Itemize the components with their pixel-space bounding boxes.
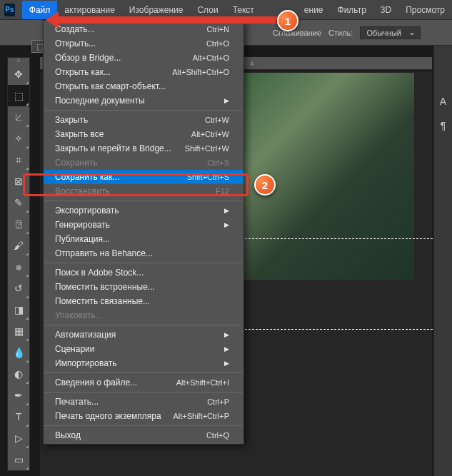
menu-item-label: Публикация... [55, 234, 110, 244]
brush-tool[interactable]: 🖌 [8, 235, 29, 256]
smoothing-label: Сглаживание [273, 29, 321, 37]
dodge-tool[interactable]: ◐ [8, 363, 29, 385]
menu-item[interactable]: Отправить на Behance... [44, 246, 243, 260]
healing-tool[interactable]: ⍰ [8, 213, 29, 235]
menu-item-label: Открыть как смарт-объект... [55, 81, 166, 91]
menu-item-label: Последние документы [55, 96, 145, 106]
paragraph-panel-icon[interactable]: ¶ [441, 120, 446, 131]
menu-item[interactable]: Автоматизация▶ [44, 328, 243, 342]
menu-item[interactable]: ЗакрытьCtrl+W [44, 113, 243, 127]
menu-shortcut: Ctrl+N [207, 25, 229, 34]
menu-item-label: Сценарии [55, 344, 94, 354]
path-select-tool[interactable]: ▷ [8, 427, 29, 449]
menu-item[interactable]: Печать одного экземпляраAlt+Shift+Ctrl+P [44, 409, 243, 423]
menu-item-label: Сохранить как... [55, 172, 119, 182]
menu-item-label: Открыть как... [55, 67, 111, 77]
submenu-arrow-icon: ▶ [224, 345, 229, 353]
menu-item[interactable]: Поместить встроенные... [44, 280, 243, 294]
menu-item[interactable]: Экспортировать▶ [44, 203, 243, 218]
menu-item[interactable]: Сценарии▶ [44, 342, 243, 356]
type-tool[interactable]: T [8, 406, 29, 427]
menu-item[interactable]: Печатать...Ctrl+P [44, 395, 243, 409]
menu-item[interactable]: Последние документы▶ [44, 93, 243, 108]
eraser-tool[interactable]: ◨ [8, 299, 29, 320]
history-brush-tool[interactable]: ↺ [8, 278, 29, 299]
move-tool[interactable]: ✥ [8, 64, 29, 85]
menu-item-label: Печать одного экземпляра [55, 411, 161, 421]
menu-shortcut: Alt+Ctrl+W [191, 130, 229, 138]
marquee-tool[interactable]: ⬚ [8, 85, 29, 106]
menu-view[interactable]: Просмотр [398, 1, 452, 19]
shape-tool[interactable]: ▭ [8, 449, 29, 470]
lasso-tool[interactable]: ⟀ [8, 106, 29, 128]
crop-tool[interactable]: ⌗ [8, 149, 29, 171]
menu-item-label: Закрыть [55, 115, 88, 125]
menu-item-label: Упаковать... [55, 310, 103, 320]
char-panel-icon[interactable]: A [440, 96, 446, 107]
menu-shortcut: Alt+Ctrl+O [193, 54, 229, 62]
menu-item-label: Генерировать [55, 220, 110, 230]
pen-tool[interactable]: ✒ [8, 385, 29, 406]
menu-filter[interactable]: Фильтр [331, 1, 373, 19]
menu-item[interactable]: Генерировать▶ [44, 218, 243, 232]
menu-item[interactable]: ВыходCtrl+Q [44, 428, 243, 442]
menu-shortcut: Ctrl+S [207, 158, 229, 167]
gradient-tool[interactable]: ▦ [8, 320, 29, 342]
menu-item-label: Сведения о файле... [55, 378, 137, 388]
menu-item[interactable]: Обзор в Bridge...Alt+Ctrl+O [44, 51, 243, 65]
style-label: Стиль: [328, 29, 353, 37]
menu-item-label: Поиск в Adobe Stock... [55, 268, 144, 278]
menu-item[interactable]: Открыть как...Alt+Shift+Ctrl+O [44, 65, 243, 79]
blur-tool[interactable]: 💧 [8, 342, 29, 363]
menu-item-label: Выход [55, 430, 81, 440]
menu-item-label: Экспортировать [55, 206, 119, 216]
file-menu-dropdown: Создать...Ctrl+NОткрыть...Ctrl+OОбзор в … [43, 20, 244, 445]
menu-shortcut: Ctrl+W [205, 116, 229, 124]
menu-item-label: Печатать... [55, 397, 99, 407]
app-logo: Ps [4, 4, 15, 16]
frame-tool[interactable]: ⊠ [8, 171, 29, 192]
eyedropper-tool[interactable]: ✎ [8, 192, 29, 213]
menu-item[interactable]: Публикация... [44, 232, 243, 246]
menu-item[interactable]: Открыть...Ctrl+O [44, 36, 243, 51]
menu-item[interactable]: Импортировать▶ [44, 356, 243, 370]
toolbox: ⠿ ✥ ⬚ ⟀ ✧ ⌗ ⊠ ✎ ⍰ 🖌 ⎈ ↺ ◨ ▦ 💧 ◐ ✒ T ▷ ▭ [7, 57, 30, 471]
annotation-callout-1: 1 [277, 10, 298, 31]
submenu-arrow-icon: ▶ [224, 331, 229, 338]
menu-shortcut: Ctrl+P [207, 397, 229, 406]
menu-item[interactable]: Поиск в Adobe Stock... [44, 265, 243, 280]
menu-item[interactable]: Создать...Ctrl+N [44, 22, 243, 36]
submenu-arrow-icon: ▶ [224, 221, 229, 228]
menu-item-label: Импортировать [55, 358, 116, 368]
menu-shortcut: Shift+Ctrl+W [185, 144, 229, 153]
menu-shortcut: Alt+Shift+Ctrl+I [176, 378, 229, 387]
stamp-tool[interactable]: ⎈ [8, 256, 29, 278]
menu-item-label: Закрыть все [55, 129, 104, 139]
menu-shortcut: Ctrl+O [206, 39, 229, 48]
menu-shortcut: Alt+Shift+Ctrl+P [173, 412, 229, 420]
menu-shortcut: Alt+Shift+Ctrl+O [172, 68, 229, 76]
menu-3d[interactable]: 3D [373, 1, 398, 19]
menu-separator [44, 201, 243, 201]
menu-select[interactable]: ение [297, 1, 331, 19]
menu-item[interactable]: Открыть как смарт-объект... [44, 79, 243, 93]
menu-item[interactable]: Закрыть и перейти в Bridge...Shift+Ctrl+… [44, 141, 243, 156]
ruler-tick: 4 [250, 60, 253, 67]
menu-item[interactable]: Закрыть всеAlt+Ctrl+W [44, 127, 243, 141]
menu-separator [44, 263, 243, 263]
menu-item-label: Отправить на Behance... [55, 248, 153, 258]
magic-wand-tool[interactable]: ✧ [8, 128, 29, 149]
menu-shortcut: Ctrl+Q [206, 431, 229, 440]
toolbox-grip[interactable]: ⠿ [8, 58, 29, 64]
submenu-arrow-icon: ▶ [224, 97, 229, 104]
menu-item-label: Сохранить [55, 158, 98, 168]
style-select[interactable]: Обычный [360, 26, 421, 39]
menu-item-label: Открыть... [55, 39, 96, 49]
menu-item: СохранитьCtrl+S [44, 156, 243, 170]
menu-item: Упаковать... [44, 308, 243, 323]
menu-item-label: Закрыть и перейти в Bridge... [55, 143, 171, 153]
menu-item[interactable]: Поместить связанные... [44, 294, 243, 308]
menu-item[interactable]: Сведения о файле...Alt+Shift+Ctrl+I [44, 375, 243, 390]
submenu-arrow-icon: ▶ [224, 360, 229, 367]
menu-item[interactable]: Сохранить как...Shift+Ctrl+S [44, 170, 243, 184]
